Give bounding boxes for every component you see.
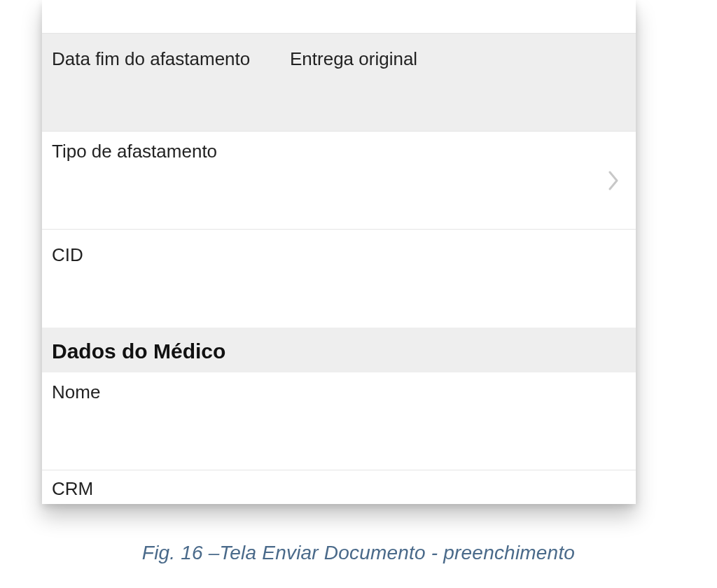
row-tipo-afastamento[interactable]: Tipo de afastamento: [42, 132, 636, 230]
crm-label: CRM: [52, 478, 93, 499]
figure-caption: Fig. 16 –Tela Enviar Documento - preench…: [0, 542, 717, 564]
row-data-fim-entrega: Data fim do afastamento Entrega original: [42, 34, 636, 132]
entrega-original-label: Entrega original: [290, 48, 417, 69]
data-fim-afastamento-label: Data fim do afastamento: [52, 48, 250, 69]
section-header-medico: Dados do Médico: [42, 328, 636, 372]
row-nome[interactable]: Nome: [42, 372, 636, 470]
row-cid[interactable]: CID: [42, 230, 636, 328]
tipo-afastamento-label: Tipo de afastamento: [52, 140, 217, 164]
mobile-form-screenshot: Data fim do afastamento Entrega original…: [42, 0, 636, 504]
chevron-right-icon: [608, 170, 620, 191]
cid-label: CID: [52, 244, 83, 265]
nome-label: Nome: [52, 382, 100, 402]
row-crm[interactable]: CRM: [42, 470, 636, 504]
section-header-medico-label: Dados do Médico: [52, 340, 225, 363]
top-spacer: [42, 0, 636, 34]
